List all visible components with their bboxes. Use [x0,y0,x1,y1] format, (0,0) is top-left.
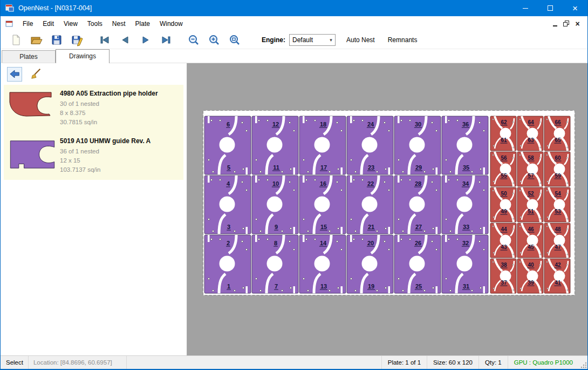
nested-part-pair-red[interactable]: 5251 [517,187,543,222]
nested-part-pair-purple[interactable]: 2625 [394,235,441,293]
tab-plates[interactable]: Plates [2,50,56,63]
nested-part-pair-red[interactable]: 6665 [544,116,570,151]
engine-select[interactable]: Default ▾ [289,34,336,46]
zoom-in-icon [208,33,221,46]
nested-part-pair-red[interactable]: 5857 [517,152,543,186]
menu-window[interactable]: Window [155,17,188,30]
save-as-button[interactable] [69,32,86,48]
part-title: 5019 A10 UHMW guide Rev. A [60,136,151,145]
nested-part-pair-red[interactable]: 6463 [517,116,543,151]
nav-next-button[interactable] [137,32,154,48]
nested-part-pair-purple[interactable]: 1413 [299,235,346,293]
part-number: 60 [555,155,561,161]
nested-part-pair-red[interactable]: 4847 [544,223,570,258]
menu-plate[interactable]: Plate [131,17,155,30]
menu-tools[interactable]: Tools [83,17,107,30]
mdi-restore-button[interactable] [560,18,572,29]
part-number: 29 [415,164,422,171]
part-number: 63 [528,137,534,143]
open-button[interactable] [28,32,45,48]
nested-part-pair-purple[interactable]: 109 [252,176,298,234]
save-button[interactable] [48,32,65,48]
panel-toolbar [1,63,187,85]
mdi-close-button[interactable]: × [572,18,583,29]
part-number: 25 [415,283,422,290]
auto-nest-button[interactable]: Auto Nest [344,34,377,46]
menu-view[interactable]: View [59,17,83,30]
nested-part-pair-purple[interactable]: 3635 [442,116,488,174]
part-size: 12 x 15 [60,156,151,165]
resize-grip[interactable] [579,356,587,369]
nested-part-pair-red[interactable]: 4241 [544,259,570,293]
close-button[interactable]: × [563,0,587,16]
part-number: 31 [463,283,469,290]
part-number: 61 [501,137,507,143]
broom-icon [30,68,42,80]
part-number: 57 [528,173,534,179]
part-number: 17 [320,164,327,171]
nested-part-pair-purple[interactable]: 87 [252,235,298,293]
save-icon [50,33,63,46]
cleanup-button[interactable] [29,67,44,82]
nav-first-button[interactable] [96,32,113,48]
nested-part-pair-purple[interactable]: 2827 [394,176,441,234]
nested-part-pair-red[interactable]: 4443 [490,223,516,258]
list-item[interactable]: 4980 A05 Extraction pipe holder 30 of 1 … [4,85,183,132]
nav-last-button[interactable] [158,32,175,48]
zoom-in-button[interactable] [206,32,223,48]
nested-part-pair-red[interactable]: 4645 [517,223,543,258]
part-number: 21 [368,224,374,230]
title-bar: OpenNest - [N0317-004] × [1,0,587,16]
zoom-out-button[interactable] [185,32,202,48]
part-number: 38 [501,262,507,268]
nested-part-pair-purple[interactable]: 2019 [347,235,393,293]
nested-part-pair-red[interactable]: 3837 [490,259,516,293]
part-number: 51 [528,208,534,214]
minimize-button[interactable] [513,0,538,16]
part-number: 19 [368,283,374,290]
new-button[interactable] [7,32,24,48]
part-number: 45 [528,244,534,250]
nested-part-pair-purple[interactable]: 1211 [252,116,298,174]
nested-part-pair-red[interactable]: 6261 [490,116,516,151]
nested-part-pair-purple[interactable]: 21 [204,235,251,293]
nested-part-pair-purple[interactable]: 1817 [299,116,346,174]
nest-canvas[interactable]: 6512111817242330293635431091615222128273… [187,63,587,355]
back-button[interactable] [7,67,22,82]
menu-nest[interactable]: Nest [107,17,131,30]
nested-part-pair-purple[interactable]: 3029 [394,116,441,174]
nested-part-pair-red[interactable]: 6059 [544,152,570,186]
mdi-restore-icon [563,20,570,27]
part-number: 36 [462,121,469,127]
zoom-out-icon [187,33,200,46]
window-title: OpenNest - [N0317-004] [18,4,92,12]
nested-part-pair-purple[interactable]: 65 [204,116,251,174]
plate[interactable]: 6512111817242330293635431091615222128273… [203,110,575,295]
zoom-fit-button[interactable] [226,32,243,48]
nested-part-pair-red[interactable]: 5655 [490,152,516,186]
open-folder-icon [30,33,43,46]
maximize-button[interactable] [538,0,563,16]
mdi-minimize-button[interactable] [549,18,560,29]
nested-part-pair-purple[interactable]: 2423 [347,116,393,174]
nested-part-pair-purple[interactable]: 3231 [442,235,488,293]
nested-part-pair-purple[interactable]: 2221 [347,176,393,234]
menu-edit[interactable]: Edit [38,17,59,30]
remnants-button[interactable]: Remnants [386,34,420,46]
tab-drawings[interactable]: Drawings [56,49,110,63]
nested-part-pair-purple[interactable]: 3433 [442,176,488,234]
part-number: 9 [275,224,278,230]
mdi-window-controls: × [549,18,584,29]
part-number: 37 [501,280,507,286]
part-number: 40 [528,262,534,268]
nested-part-pair-purple[interactable]: 1615 [299,176,346,234]
nested-part-pair-red[interactable]: 5453 [544,187,570,222]
list-item[interactable]: 5019 A10 UHMW guide Rev. A 36 of 1 neste… [4,132,183,180]
nested-part-pair-red[interactable]: 5049 [490,187,516,222]
nav-prev-button[interactable] [117,32,134,48]
nested-part-pair-purple[interactable]: 43 [204,176,251,234]
document-icon[interactable] [5,19,13,28]
menu-file[interactable]: File [18,17,38,30]
part-number: 18 [320,121,326,127]
nested-part-pair-red[interactable]: 4039 [517,259,543,293]
